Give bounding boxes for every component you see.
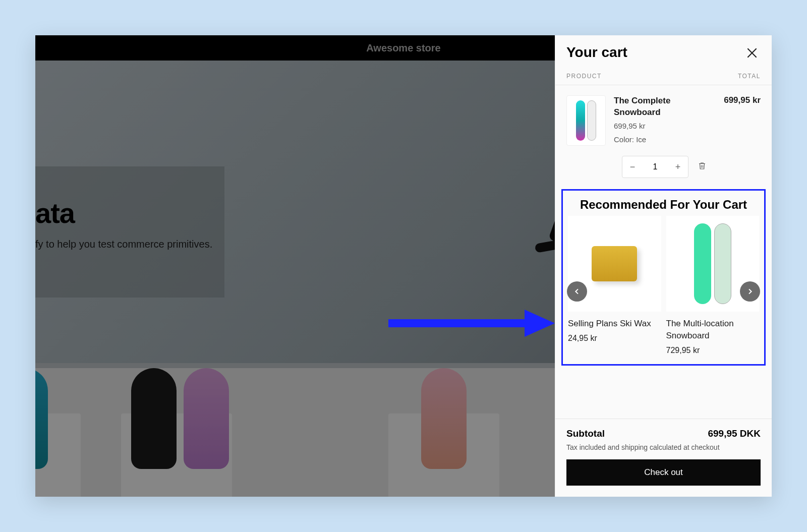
carousel-prev-button[interactable] <box>567 281 587 302</box>
quantity-decrease-button[interactable]: − <box>622 156 643 178</box>
recommended-price: 729,95 kr <box>666 346 760 355</box>
item-variant: Color: Ice <box>614 135 716 144</box>
cart-line-item: The Complete Snowboard 699,95 kr Color: … <box>555 85 772 156</box>
recommended-title: Selling Plans Ski Wax <box>568 318 661 330</box>
col-product: PRODUCT <box>566 73 602 80</box>
recommended-section: Recommended For Your Cart Selling Plans … <box>561 189 766 366</box>
recommended-price: 24,95 kr <box>568 334 661 343</box>
cart-footer: Subtotal 699,95 DKK Tax included and shi… <box>555 419 772 497</box>
cart-drawer: Your cart PRODUCT TOTAL The Complete Sno… <box>555 35 772 497</box>
item-title: The Complete Snowboard <box>614 95 716 119</box>
quantity-stepper: − 1 + <box>622 156 688 178</box>
annotation-arrow-icon <box>388 306 555 341</box>
recommended-title: The Multi-location Snowboard <box>666 318 760 342</box>
svg-marker-1 <box>525 310 555 337</box>
item-unit-price: 699,95 kr <box>614 122 716 130</box>
item-thumbnail[interactable] <box>566 95 606 146</box>
cart-title: Your cart <box>566 44 627 61</box>
col-total: TOTAL <box>738 73 761 80</box>
wax-graphic <box>592 246 637 281</box>
item-line-total: 699,95 kr <box>724 95 761 146</box>
trash-icon[interactable] <box>698 161 707 173</box>
recommended-heading: Recommended For Your Cart <box>568 198 759 212</box>
cart-column-headers: PRODUCT TOTAL <box>555 69 772 85</box>
carousel-next-button[interactable] <box>740 281 760 302</box>
quantity-increase-button[interactable]: + <box>668 156 688 178</box>
subtotal-label: Subtotal <box>566 428 605 439</box>
checkout-button[interactable]: Check out <box>566 459 761 486</box>
subtotal-value: 699,95 DKK <box>708 428 761 439</box>
tax-shipping-note: Tax included and shipping calculated at … <box>566 443 761 451</box>
quantity-value: 1 <box>643 162 668 171</box>
close-icon[interactable] <box>743 44 761 64</box>
app-frame: Awesome store ata fy to help you test co… <box>35 35 772 497</box>
